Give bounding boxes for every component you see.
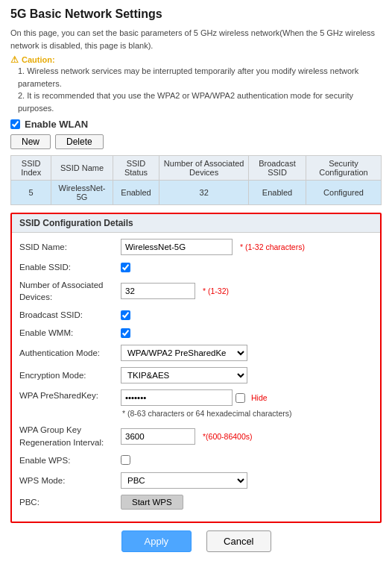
- action-buttons-row: New Delete: [10, 134, 382, 149]
- enable-wmm-label: Enable WMM:: [19, 327, 116, 339]
- wpa-key-row: WPA PreSharedKey: Hide * (8-63 character…: [19, 389, 373, 418]
- start-wps-button[interactable]: Start WPS: [121, 495, 183, 510]
- auth-mode-label: Authentication Mode:: [19, 347, 116, 359]
- broadcast-ssid-checkbox[interactable]: [121, 310, 130, 320]
- cell-devices: 32: [159, 181, 249, 205]
- col-ssid-status: SSID Status: [113, 156, 159, 181]
- enable-ssid-label: Enable SSID:: [19, 261, 116, 273]
- config-panel-title: SSID Configuration Details: [12, 214, 380, 233]
- cell-security: Configured: [306, 181, 382, 205]
- enable-ssid-row: Enable SSID:: [19, 261, 373, 273]
- enc-mode-select[interactable]: TKIP&AES TKIP AES: [121, 367, 247, 383]
- ssid-name-row: SSID Name: * (1-32 characters): [19, 239, 373, 255]
- config-panel: SSID Configuration Details SSID Name: * …: [10, 213, 382, 523]
- auth-mode-row: Authentication Mode: WPA/WPA2 PreSharedK…: [19, 345, 373, 361]
- enable-wps-checkbox[interactable]: [121, 455, 130, 465]
- col-security: Security Configuration: [306, 156, 382, 181]
- col-ssid-name: SSID Name: [51, 156, 113, 181]
- enable-wlan-label: Enable WLAN: [25, 119, 88, 130]
- enable-wlan-row: Enable WLAN: [10, 119, 382, 130]
- wps-mode-select[interactable]: PBC PIN: [121, 472, 247, 489]
- col-broadcast: Broadcast SSID: [249, 156, 306, 181]
- num-devices-row: Number of Associated Devices: * (1-32): [19, 279, 373, 303]
- delete-button[interactable]: Delete: [55, 134, 104, 149]
- num-devices-input[interactable]: [121, 283, 195, 299]
- ssid-name-input[interactable]: [121, 239, 233, 255]
- wpa-key-input[interactable]: [121, 389, 233, 406]
- new-button[interactable]: New: [10, 134, 51, 149]
- wpa-hide-checkbox[interactable]: [235, 393, 245, 403]
- ssid-table: SSID Index SSID Name SSID Status Number …: [10, 155, 382, 205]
- enable-wmm-row: Enable WMM:: [19, 327, 373, 339]
- caution-block: ⚠ Caution: 1. Wireless network services …: [10, 54, 382, 114]
- cell-name: WirelessNet-5G: [51, 181, 113, 205]
- auth-mode-select[interactable]: WPA/WPA2 PreSharedKe WPA2 PreSharedKey W…: [121, 345, 247, 361]
- enable-ssid-checkbox[interactable]: [121, 263, 130, 272]
- warning-icon: ⚠: [10, 54, 19, 65]
- table-row[interactable]: 5 WirelessNet-5G Enabled 32 Enabled Conf…: [11, 181, 382, 205]
- page-title: 5G Basic Network Settings: [10, 7, 382, 21]
- cell-broadcast: Enabled: [249, 181, 306, 205]
- col-num-devices: Number of Associated Devices: [159, 156, 249, 181]
- enable-wps-row: Enable WPS:: [19, 454, 373, 466]
- bottom-buttons: Apply Cancel: [10, 530, 382, 552]
- cell-status: Enabled: [113, 181, 159, 205]
- broadcast-ssid-label: Broadcast SSID:: [19, 309, 116, 321]
- wpa-key-label: WPA PreSharedKey:: [19, 389, 116, 401]
- enable-wmm-checkbox[interactable]: [121, 328, 130, 338]
- wpa-group-input[interactable]: [121, 428, 195, 445]
- wpa-group-label: WPA Group Key Regeneration Interval:: [19, 424, 116, 448]
- wpa-key-hint: * (8-63 characters or 64 hexadecimal cha…: [122, 409, 292, 418]
- wpa-key-input-wrap: Hide * (8-63 characters or 64 hexadecima…: [121, 389, 373, 418]
- apply-button[interactable]: Apply: [121, 530, 192, 552]
- enc-mode-row: Encryption Mode: TKIP&AES TKIP AES: [19, 367, 373, 383]
- wpa-group-row: WPA Group Key Regeneration Interval: *(6…: [19, 424, 373, 448]
- col-ssid-index: SSID Index: [11, 156, 51, 181]
- wpa-group-hint: *(600-86400s): [203, 432, 253, 441]
- enable-wps-label: Enable WPS:: [19, 454, 116, 466]
- ssid-name-hint: * (1-32 characters): [240, 242, 305, 251]
- caution-title: ⚠ Caution:: [10, 54, 382, 65]
- intro-text: On this page, you can set the basic para…: [10, 27, 382, 51]
- wps-mode-label: WPS Mode:: [19, 475, 116, 486]
- broadcast-ssid-row: Broadcast SSID:: [19, 309, 373, 321]
- wps-mode-row: WPS Mode: PBC PIN: [19, 472, 373, 489]
- caution-item-2: 2. It is recommended that you use the WP…: [10, 90, 382, 114]
- cell-index: 5: [11, 181, 51, 205]
- enc-mode-label: Encryption Mode:: [19, 369, 116, 381]
- num-devices-label: Number of Associated Devices:: [19, 279, 116, 303]
- cancel-button[interactable]: Cancel: [206, 530, 271, 552]
- caution-item-1: 1. Wireless network services may be inte…: [10, 65, 382, 90]
- pbc-label: PBC:: [19, 496, 116, 508]
- wpa-hide-label: Hide: [251, 393, 268, 402]
- pbc-row: PBC: Start WPS: [19, 495, 373, 510]
- wpa-key-right: Hide * (8-63 characters or 64 hexadecima…: [121, 389, 373, 418]
- ssid-name-label: SSID Name:: [19, 241, 116, 253]
- enable-wlan-checkbox[interactable]: [10, 119, 20, 129]
- caution-label: Caution:: [22, 55, 55, 64]
- num-devices-hint: * (1-32): [203, 286, 229, 295]
